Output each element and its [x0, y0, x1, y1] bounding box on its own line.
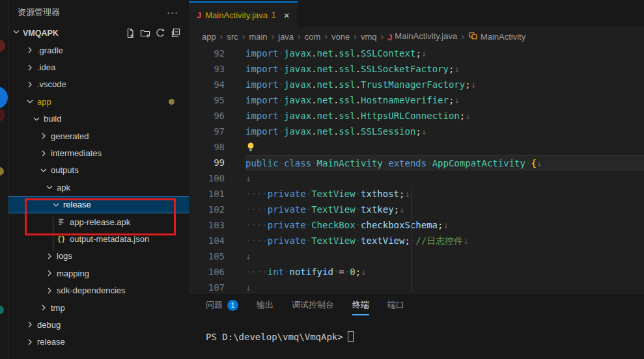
tree-item-label: release	[37, 337, 65, 347]
code-line-93[interactable]: 93import·javax.net.ssl.SSLSocketFactory;…	[189, 61, 644, 77]
breadcrumb-separator: ›	[461, 31, 464, 42]
panel-tab-label: 终端	[352, 299, 369, 311]
breadcrumb-item-MainActivity[interactable]: MainActivity	[468, 31, 525, 42]
vscode-window: 资源管理器 ··· VMQAPK .gradle.idea.vscodeappb…	[0, 0, 644, 359]
breadcrumb-separator: ›	[272, 31, 275, 42]
tree-item-.vscode[interactable]: .vscode	[8, 76, 189, 93]
breadcrumb-item-java[interactable]: java	[278, 32, 294, 42]
panel-tab-端口[interactable]: 端口	[387, 293, 404, 317]
code-line-content: import·javax.net.ssl.SSLContext;↓	[245, 46, 644, 61]
tree-item-output-metadata.json[interactable]: {}output-metadata.json	[8, 230, 189, 247]
code-line-102[interactable]: 102····private·TextView·txtkey;↓	[189, 202, 644, 217]
tree-item-label: .idea	[37, 62, 55, 72]
panel-tab-输出[interactable]: 输出	[257, 293, 273, 317]
tree-item-tmp[interactable]: tmp	[8, 299, 189, 316]
panel-tab-调试控制台[interactable]: 调试控制台	[292, 293, 334, 317]
tree-item-label: apk	[57, 183, 70, 193]
code-line-101[interactable]: 101····private·TextView·txthost;↓	[189, 186, 644, 202]
terminal[interactable]: PS D:\develop\vmq\VmqApk>	[189, 317, 644, 342]
tree-item-build[interactable]: build	[8, 111, 189, 127]
code-line-104[interactable]: 104····private·TextView·textView;·//日志控件…	[189, 233, 644, 248]
tree-item-.gradle[interactable]: .gradle	[8, 42, 189, 59]
tree-item-debug[interactable]: debug	[8, 316, 189, 333]
tree-item-label: tmp	[51, 303, 65, 313]
edge-dot-red-1	[0, 39, 5, 52]
edge-dot-gold	[0, 167, 4, 176]
tree-item-app-release.apk[interactable]: app-release.apk	[8, 213, 189, 230]
breadcrumb-item-app[interactable]: app	[202, 32, 216, 42]
tree-item-label: debug	[37, 320, 61, 330]
tree-item-.idea[interactable]: .idea	[8, 59, 189, 75]
tree-item-label: build	[44, 114, 61, 124]
refresh-icon[interactable]	[155, 28, 165, 38]
activity-bar-edge	[0, 0, 8, 359]
edge-dot-teal	[0, 306, 4, 314]
editor-group: J MainActivity.java 1 × app›src›main›jav…	[189, 0, 644, 359]
bottom-panel: 问题1输出调试控制台终端端口 PS D:\develop\vmq\VmqApk>	[189, 293, 644, 359]
file-tree: .gradle.idea.vscodeappbuildgeneratedinte…	[8, 42, 189, 351]
tab-mainactivity-java[interactable]: J MainActivity.java 1 ×	[189, 1, 298, 27]
collapse-all-icon[interactable]	[170, 28, 180, 38]
code-line-96[interactable]: 96import·javax.net.ssl.HttpsURLConnectio…	[189, 108, 644, 124]
code-line-107[interactable]: 107↓	[189, 280, 644, 293]
code-line-content: ····int·notifyid·=·0;↓	[245, 264, 644, 280]
line-number: 96	[189, 108, 225, 124]
breadcrumb-item-vmq[interactable]: vmq	[361, 32, 377, 42]
breadcrumb-separator: ›	[242, 31, 245, 42]
breadcrumb-separator: ›	[220, 31, 223, 42]
tree-item-label: logs	[57, 251, 72, 261]
tree-root-vmqapk[interactable]: VMQAPK	[8, 25, 189, 42]
code-line-105[interactable]: 105↓	[189, 248, 644, 264]
tree-item-apk[interactable]: apk	[8, 179, 189, 196]
breadcrumb-item-main[interactable]: main	[249, 32, 267, 42]
code-line-94[interactable]: 94import·javax.net.ssl.TrustManagerFacto…	[189, 77, 644, 92]
code-line-98[interactable]: 98	[189, 139, 644, 155]
chevron-down-icon	[51, 200, 61, 210]
code-editor[interactable]: 92import·javax.net.ssl.SSLContext;↓93imp…	[189, 46, 644, 293]
breadcrumb-item-MainActivity.java[interactable]: JMainActivity.java	[387, 31, 457, 42]
breadcrumb-item-src[interactable]: src	[227, 32, 238, 42]
new-file-icon[interactable]	[125, 28, 135, 38]
line-number: 102	[189, 202, 225, 217]
more-actions-icon[interactable]: ···	[167, 9, 178, 16]
java-file-icon: J	[197, 10, 201, 20]
breadcrumb-item-vone[interactable]: vone	[331, 32, 350, 42]
tree-item-intermediates[interactable]: intermediates	[8, 144, 189, 161]
tree-item-mapping[interactable]: mapping	[8, 265, 189, 282]
tree-item-app[interactable]: app	[8, 93, 189, 110]
code-line-100[interactable]: 100↓	[189, 170, 644, 186]
code-line-92[interactable]: 92import·javax.net.ssl.SSLContext;↓	[189, 46, 644, 61]
line-number: 97	[189, 124, 225, 139]
tree-item-outputs[interactable]: outputs	[8, 162, 189, 179]
breadcrumb-item-com[interactable]: com	[305, 32, 321, 42]
indent-guide	[53, 217, 53, 252]
code-line-103[interactable]: 103····private·CheckBox·checkboxSchema;↓	[189, 217, 644, 233]
panel-tab-问题[interactable]: 问题1	[206, 293, 238, 317]
code-line-99[interactable]: 99public·class·MainActivity·extends·AppC…	[189, 155, 644, 170]
chevron-right-icon	[44, 268, 55, 278]
panel-tab-终端[interactable]: 终端	[352, 293, 369, 317]
tree-item-label: app	[37, 97, 51, 107]
panel-tab-label: 问题	[206, 299, 223, 311]
tree-item-release[interactable]: release	[8, 196, 189, 213]
file-icon	[56, 217, 66, 227]
code-line-106[interactable]: 106····int·notifyid·=·0;↓	[189, 264, 644, 280]
chevron-down-icon	[31, 114, 42, 124]
new-folder-icon[interactable]	[140, 28, 150, 38]
line-number: 92	[189, 46, 225, 61]
tree-item-sdk-dependencies[interactable]: sdk-dependencies	[8, 282, 189, 299]
chevron-right-icon	[38, 131, 49, 141]
tree-item-logs[interactable]: logs	[8, 248, 189, 265]
code-line-97[interactable]: 97import·javax.net.ssl.SSLSession;↓	[189, 124, 644, 139]
panel-tab-label: 端口	[387, 299, 404, 311]
close-icon[interactable]: ×	[284, 10, 290, 21]
tree-item-generated[interactable]: generated	[8, 127, 189, 144]
tree-item-release[interactable]: release	[8, 334, 189, 351]
line-number: 94	[189, 77, 225, 92]
code-line-95[interactable]: 95import·javax.net.ssl.HostnameVerifier;…	[189, 92, 644, 108]
explorer-sidebar: 资源管理器 ··· VMQAPK .gradle.idea.vscodeappb…	[8, 0, 189, 359]
breadcrumb-separator: ›	[324, 31, 328, 42]
line-number: 101	[189, 186, 225, 202]
tab-problem-count: 1	[272, 10, 276, 20]
chevron-right-icon	[25, 62, 35, 73]
